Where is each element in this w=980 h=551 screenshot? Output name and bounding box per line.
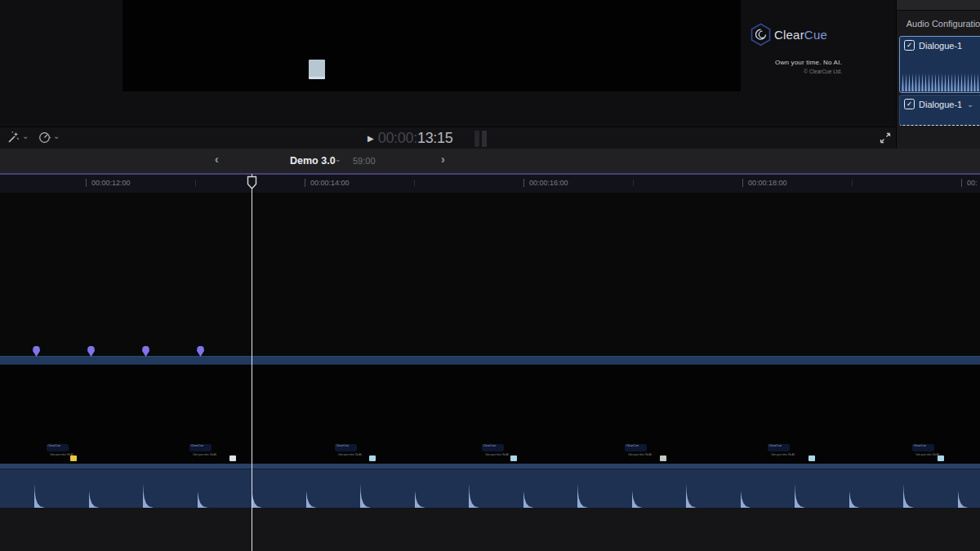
clip-thumbnail-tagline-text: Own your time. No AI. [628,453,647,455]
tick-mark-icon [86,179,87,187]
clip-thumbnail-logo: ClearCue [625,444,647,451]
timecode-display[interactable]: ▶ 00:00:13:15 [368,127,453,149]
checkbox-checked-icon[interactable]: ✓ [904,99,915,109]
tick-label: 00:00:18:00 [748,179,787,187]
clip-thumbnail-logo: ClearCue [768,444,790,451]
retime-tool-icon[interactable] [38,131,51,144]
clip-thumbnail-square [70,455,77,461]
waveform-spike [577,483,588,508]
waveform-spike [198,483,208,508]
viewer-section: ClearCue Own your time. No AI. © ClearCu… [0,0,980,127]
project-name[interactable]: Demo 3.0 [290,155,336,167]
video-clip-track[interactable]: ClearCueOwn your time. No AI.ClearCueOwn… [0,365,980,464]
waveform-spike [741,483,751,508]
play-icon[interactable]: ▶ [368,134,374,143]
audio-clip-track[interactable] [0,464,980,508]
timecode-value: 13:15 [417,130,453,146]
timeline-toolbar: ⌄ ⌄ ▶ 00:00:13:15 [0,127,896,150]
waveform-bar [908,73,911,91]
waveform-spike [34,483,45,508]
clip-thumbnail-brand: ClearCue [625,444,634,447]
waveform-spike [360,483,371,508]
expand-icon[interactable] [879,131,892,144]
ruler-mid-tick [195,180,196,186]
waveform-spike [523,483,534,508]
waveform-bar [967,73,969,91]
waveform-bar [954,73,956,91]
waveform-bar [905,73,907,91]
waveform-bar [921,73,924,91]
clip-thumbnail-tagline-text: Own your time. No AI. [915,453,934,455]
panel-title: Audio Configuration [896,19,980,29]
tick-label: 00:00:12:00 [91,179,131,187]
clip-thumbnail-tagline: Own your time. No AI. [628,453,677,460]
waveform-spike [469,483,479,508]
clip-thumbnail-tagline: Own your time. No AI. [485,453,534,460]
waveform-bar [911,73,914,91]
brand-name: ClearCue [774,28,827,42]
clip-thumbnail-logo: ClearCue [189,444,212,451]
chevron-down-icon[interactable]: ⌄ [335,155,341,163]
clip-thumbnail-brand: ClearCue [482,444,491,447]
clip-thumbnail-brand: ClearCue [189,444,198,447]
timeline-empty-area[interactable] [0,193,980,356]
timeline-navbar: ‹ Demo 3.0 ⌄ 59:00 › [0,149,980,173]
waveform-spike [89,483,100,508]
tick-mark-icon [961,179,962,187]
waveform-spike [306,483,317,508]
waveform-spike [143,483,154,508]
tick-mark-icon [305,179,305,187]
audio-clip-label: Dialogue-1 [919,100,962,109]
waveform-bar [947,73,950,91]
checkbox-checked-icon[interactable]: ✓ [904,40,915,51]
audio-clip-dialogue-1[interactable]: ✓ Dialogue-1 [899,36,980,93]
waveform-spike [252,483,262,508]
audio-meter-right [482,131,487,147]
previous-timeline-button[interactable]: ‹ [215,153,219,166]
connected-clip-bar[interactable] [0,356,980,365]
waveform-bar [964,73,966,91]
viewer-canvas: ClearCue Own your time. No AI. © ClearCu… [122,0,741,91]
ruler-mid-tick [414,180,415,186]
audio-clip-dialogue-1-collapsed[interactable]: ✓ Dialogue-1 ⌄ [899,95,980,126]
waveform-spike [958,483,969,508]
clip-thumbnail-logo: ClearCue [47,444,69,451]
timeline-ruler[interactable]: 00:00:12:0000:00:14:0000:00:16:0000:00:1… [0,173,980,194]
waveform-bar [928,73,930,91]
tick-label: 00:00:16:00 [529,179,568,187]
waveform-spike [415,483,425,508]
waveform-spike [795,483,805,508]
project-duration: 59:00 [353,156,376,166]
audio-clip-header: ✓ Dialogue-1 [900,37,980,51]
brand-lockup: ClearCue [750,23,827,47]
chevron-down-icon[interactable]: ⌄ [22,132,29,140]
clip-thumbnail-square [369,455,376,461]
waveform-bar [977,73,979,91]
audio-configuration-panel: Audio Configuration ✓ Dialogue-1 ✓ Dialo… [896,0,980,149]
clearcue-logo-icon [750,23,772,47]
viewer-copyright: © ClearCue Ltd. [694,69,842,74]
waveform-bar [960,73,963,91]
waveform-bar [938,73,940,91]
playhead-line[interactable] [252,174,252,551]
viewer-slide-graphic [309,60,325,79]
waveform-bar [944,73,947,91]
clip-thumbnail-brand: ClearCue [768,444,777,447]
tick-mark-icon [742,179,743,187]
magic-wand-icon[interactable] [7,131,20,144]
chevron-down-icon[interactable]: ⌄ [967,101,973,108]
waveform-bar [924,73,927,91]
tick-label: 00:00:14:00 [310,179,350,187]
audio-track-header-strip [0,464,980,469]
waveform-bar [973,73,976,91]
next-timeline-button[interactable]: › [441,153,445,166]
timeline-below-area [0,508,980,551]
waveform-bar [934,73,937,91]
ruler-mid-tick [852,180,853,186]
viewer-tagline: Own your time. No AI. [694,59,842,66]
video-editor-window: ClearCue Own your time. No AI. © ClearCu… [0,0,980,551]
clip-thumbnail-square [808,455,815,461]
chevron-down-icon[interactable]: ⌄ [53,132,60,140]
playhead-handle[interactable] [247,176,257,190]
timecode-prefix: 00:00: [378,130,417,146]
